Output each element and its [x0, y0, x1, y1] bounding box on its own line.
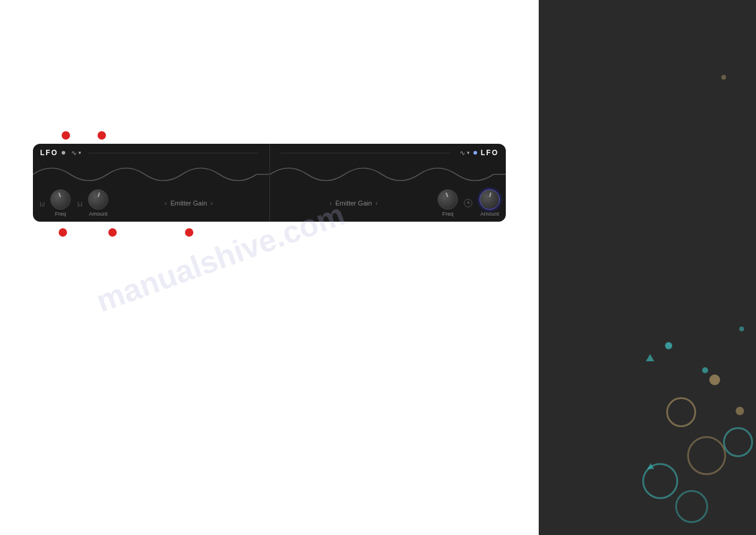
lfo-right-controls: Amount Freq ‹ Emitter Gain ›: [270, 187, 506, 222]
lfo-left-chevron-icon: ▾: [78, 150, 81, 156]
deco-orb-1: [709, 374, 720, 385]
lfo-right-target-prev[interactable]: ‹: [375, 200, 378, 207]
lfo-left-wave-display: [33, 162, 269, 187]
lfo-left-controls: Freq Amount ‹ Emitter Gain ›: [33, 187, 269, 222]
annotation-dot-3: [59, 228, 67, 237]
lfo-left-ticks: [40, 200, 44, 207]
deco-ring-5: [675, 490, 708, 523]
tick-4: [78, 202, 78, 207]
lfo-right-amount-label: Amount: [480, 211, 499, 217]
lfo-left-target-selector: ‹ Emitter Gain ›: [114, 200, 263, 207]
lfo-left-header: LFO ∿ ▾: [33, 144, 269, 162]
lfo-left-wave-svg: [33, 162, 269, 187]
lfo-right-section: LFO ∿ ▾ Amount: [269, 144, 506, 222]
deco-dot-3: [739, 327, 744, 331]
deco-ring-3: [723, 427, 753, 457]
lfo-right-amount-knob-container: Amount: [479, 189, 500, 217]
lfo-right-target-next[interactable]: ›: [330, 200, 332, 207]
tick-3: [44, 202, 44, 207]
lfo-left-ticks2: [78, 200, 82, 207]
deco-orb-2: [736, 407, 744, 415]
lfo-left-section: LFO ∿ ▾ Freq: [33, 144, 269, 222]
lfo-right-target-selector: ‹ Emitter Gain ›: [276, 200, 432, 207]
deco-ring-1: [666, 397, 696, 427]
annotation-dot-1: [62, 131, 70, 140]
deco-tri-1: [646, 354, 654, 361]
lfo-left-amount-label: Amount: [89, 211, 107, 217]
lfo-left-wave-icon: ∿: [71, 149, 77, 157]
lfo-left-amount-knob[interactable]: [88, 189, 108, 210]
lfo-right-divider: [281, 153, 451, 153]
lfo-left-label: LFO: [40, 149, 58, 157]
lfo-right-chevron-icon: ▾: [467, 150, 470, 156]
tick-1: [40, 202, 41, 207]
lfo-right-dot: [473, 151, 477, 155]
lfo-right-timing-icon[interactable]: [464, 199, 472, 207]
deco-tri-2: [647, 463, 654, 469]
annotation-dot-2: [98, 131, 106, 140]
lfo-left-freq-label: Freq: [55, 211, 66, 217]
lfo-right-freq-label: Freq: [442, 211, 454, 217]
deco-ring-2: [687, 436, 726, 475]
lfo-left-amount-knob-container: Amount: [88, 189, 108, 217]
lfo-right-header: LFO ∿ ▾: [270, 144, 506, 162]
lfo-left-target-prev[interactable]: ‹: [165, 200, 167, 207]
tick-6: [81, 202, 82, 207]
lfo-right-target-name: Emitter Gain: [335, 200, 372, 207]
lfo-module: LFO ∿ ▾ Freq: [33, 144, 506, 222]
lfo-right-freq-knob-container: Freq: [438, 189, 458, 217]
left-panel: [0, 0, 539, 535]
lfo-left-freq-knob[interactable]: [50, 189, 71, 210]
deco-dot-top: [721, 75, 726, 80]
tick-5: [80, 204, 80, 207]
lfo-left-freq-knob-container: Freq: [50, 189, 71, 217]
lfo-left-target-next[interactable]: ›: [211, 200, 213, 207]
lfo-right-label: LFO: [481, 149, 499, 157]
lfo-right-amount-knob[interactable]: [479, 189, 500, 210]
lfo-left-divider: [89, 153, 259, 153]
annotation-dot-4: [108, 228, 117, 237]
deco-dot-2: [702, 367, 708, 373]
lfo-left-dot: [62, 151, 65, 155]
deco-dot-1: [665, 342, 672, 349]
right-panel: [539, 0, 756, 535]
lfo-left-wave-selector[interactable]: ∿ ▾: [71, 149, 81, 157]
lfo-left-target-name: Emitter Gain: [171, 200, 207, 207]
lfo-right-freq-knob[interactable]: [438, 189, 458, 210]
tick-2: [42, 204, 42, 207]
lfo-right-wave-svg: [270, 162, 506, 187]
lfo-right-wave-selector[interactable]: ∿ ▾: [460, 149, 470, 157]
annotation-dot-5: [185, 228, 193, 237]
lfo-right-wave-icon: ∿: [460, 149, 465, 157]
lfo-right-wave-display: [270, 162, 506, 187]
